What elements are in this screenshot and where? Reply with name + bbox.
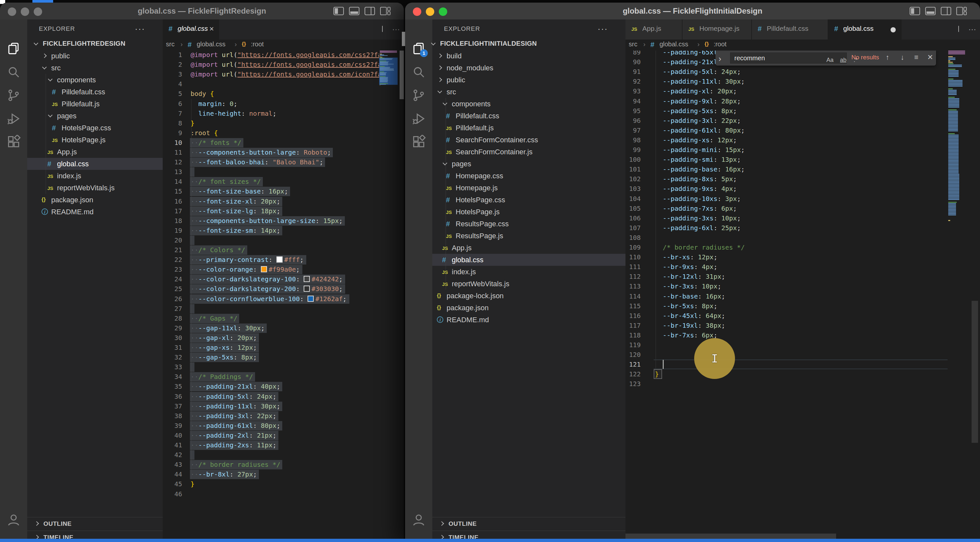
editor-more-icon[interactable]: ··· (392, 25, 400, 34)
tab-modified-dot[interactable] (891, 27, 896, 32)
tree-item-fickleflightredesign[interactable]: FICKLEFLIGHTREDESIGN (27, 38, 163, 50)
panel-outline[interactable]: OUTLINE (27, 517, 163, 531)
extensions-icon[interactable] (412, 135, 426, 149)
tree-item-src[interactable]: src (432, 86, 625, 98)
breadcrumb-item[interactable]: global.css (660, 40, 688, 48)
tree-item-pilldefault-css[interactable]: #Pilldefault.css (27, 86, 163, 98)
match-case-icon[interactable]: Aa (826, 55, 834, 65)
layout-right-icon[interactable] (940, 6, 951, 16)
tree-item-pages[interactable]: pages (27, 110, 163, 122)
editor-pane[interactable]: 1@import url("https://fonts.googleapis.c… (163, 51, 379, 534)
tree-item-hotelspage-css[interactable]: #HotelsPage.css (432, 194, 625, 206)
layout-grid-icon[interactable] (380, 6, 391, 16)
tree-item-app-js[interactable]: JSApp.js (432, 242, 625, 254)
account-icon[interactable] (412, 512, 426, 527)
tree-item-global-css[interactable]: #global.css (432, 254, 625, 266)
account-icon[interactable] (6, 512, 21, 527)
layout-left-icon[interactable] (909, 6, 920, 16)
files-icon[interactable] (6, 41, 21, 56)
minimap[interactable] (379, 51, 398, 90)
breadcrumb-item[interactable]: global.css (197, 40, 226, 48)
tree-item-src[interactable]: src (27, 62, 163, 74)
tree-item-index-js[interactable]: JSindex.js (432, 266, 625, 278)
scm-icon[interactable] (6, 88, 21, 102)
tree-item-app-js[interactable]: JSApp.js (27, 146, 163, 158)
find-next-icon[interactable]: ↓ (900, 53, 904, 62)
tree-item-pilldefault-js[interactable]: JSPilldefault.js (27, 98, 163, 110)
tree-item-homepage-js[interactable]: JSHomepage.js (432, 182, 625, 194)
tab-global-css[interactable]: #global.css× (163, 19, 219, 40)
tab-pilldefault-css[interactable]: #Pilldefault.css (752, 19, 828, 40)
tab-app-js[interactable]: JSApp.js (625, 19, 682, 40)
tab-global-css[interactable]: #global.css (828, 19, 902, 40)
tree-item-reportwebvitals-js[interactable]: JSreportWebVitals.js (432, 278, 625, 290)
tree-item-searchformcontainer-css[interactable]: #SearchFormContainer.css (432, 134, 625, 146)
tree-item-pilldefault-css[interactable]: #Pilldefault.css (432, 110, 625, 122)
panel-outline[interactable]: OUTLINE (432, 517, 625, 531)
code-line: 46 (163, 489, 379, 499)
tree-item-global-css[interactable]: #global.css (27, 158, 163, 170)
find-input[interactable]: recommenAaab.* (730, 53, 847, 64)
tree-item-node-modules[interactable]: node_modules (432, 62, 625, 74)
line-number: 1 (163, 51, 182, 60)
files-icon[interactable]: 1 (412, 41, 426, 56)
code-text: ··--font-baloo-bhai: "Baloo Bhai"; (191, 157, 323, 167)
editor-more-icon[interactable]: ··· (968, 25, 976, 34)
tree-item-components[interactable]: components (27, 74, 163, 86)
find-expand-chevron-icon[interactable]: › (719, 54, 721, 64)
tree-item-resultspage-js[interactable]: JSResultsPage.js (432, 230, 625, 242)
find-close-icon[interactable]: ✕ (927, 53, 933, 62)
layout-bottom-icon[interactable] (349, 6, 360, 16)
tree-item-pages[interactable]: pages (432, 158, 625, 170)
editor-pane[interactable]: 89 --padding-65xl: 84px;90 --padding-21x… (625, 51, 948, 534)
split-editor-icon[interactable]: ect x="3.5" y="4.5" width="17" height="1… (377, 24, 388, 34)
extensions-icon[interactable] (6, 135, 21, 149)
tree-item-hotelspage-css[interactable]: #HotelsPage.css (27, 122, 163, 134)
tree-item-package-json[interactable]: {}package.json (432, 302, 625, 314)
search-icon[interactable] (6, 65, 21, 79)
chevron-down-icon (443, 101, 447, 105)
tree-item-reportwebvitals-js[interactable]: JSreportWebVitals.js (27, 182, 163, 194)
search-icon[interactable] (412, 65, 426, 79)
whole-word-icon[interactable]: ab (840, 55, 846, 65)
vertical-scrollbar[interactable] (972, 301, 978, 443)
tree-item-readme-md[interactable]: iREADME.md (27, 206, 163, 218)
tree-item-fickleflightinitialdesign[interactable]: FICKLEFLIGHTINITIALDESIGN (432, 38, 625, 50)
tree-item-hotelspage-js[interactable]: JSHotelsPage.js (27, 134, 163, 146)
tree-item-index-js[interactable]: JSindex.js (27, 170, 163, 182)
tree-item-public[interactable]: public (27, 50, 163, 62)
selection-highlight (190, 450, 194, 460)
vertical-scrollbar[interactable] (399, 51, 404, 99)
layout-right-icon[interactable] (364, 6, 375, 16)
tree-item-package-lock-json[interactable]: {}package-lock.json (432, 290, 625, 302)
tab-homepage-js[interactable]: JSHomepage.js (682, 19, 752, 40)
layout-bottom-icon[interactable] (925, 6, 936, 16)
tree-item-hotelspage-js[interactable]: JSHotelsPage.js (432, 206, 625, 218)
debug-icon[interactable] (6, 112, 21, 126)
tree-item-searchformcontainer-js[interactable]: JSSearchFormContainer.js (432, 146, 625, 158)
breadcrumb-item[interactable]: :root (251, 40, 264, 48)
explorer-more-icon[interactable]: ··· (135, 24, 145, 34)
code-line: 98 --padding-xs: 12px; (625, 135, 948, 145)
tree-item-build[interactable]: build (432, 50, 625, 62)
explorer-more-icon[interactable]: ··· (598, 24, 608, 34)
tree-item-resultspage-css[interactable]: #ResultsPage.css (432, 218, 625, 230)
split-editor-icon[interactable]: ect x="3.5" y="4.5" width="17" height="1… (953, 24, 964, 34)
layout-grid-icon[interactable] (956, 6, 967, 16)
tree-item-public[interactable]: public (432, 74, 625, 86)
tree-item-package-json[interactable]: {}package.json (27, 194, 163, 206)
minimap[interactable] (948, 51, 969, 226)
tree-item-components[interactable]: components (432, 98, 625, 110)
scm-icon[interactable] (412, 88, 426, 102)
tree-item-homepage-css[interactable]: #Homepage.css (432, 170, 625, 182)
tree-item-pilldefault-js[interactable]: JSPilldefault.js (432, 122, 625, 134)
breadcrumb-item[interactable]: src (629, 40, 638, 48)
breadcrumb-item[interactable]: src (166, 40, 175, 48)
breadcrumb-item[interactable]: :root (714, 40, 727, 48)
layout-left-icon[interactable] (333, 6, 344, 16)
tree-item-readme-md[interactable]: iREADME.md (432, 314, 625, 326)
find-in-selection-icon[interactable]: ≡ (914, 53, 918, 62)
find-prev-icon[interactable]: ↑ (886, 53, 889, 62)
tab-close-icon[interactable]: × (209, 24, 214, 33)
debug-icon[interactable] (412, 112, 426, 126)
